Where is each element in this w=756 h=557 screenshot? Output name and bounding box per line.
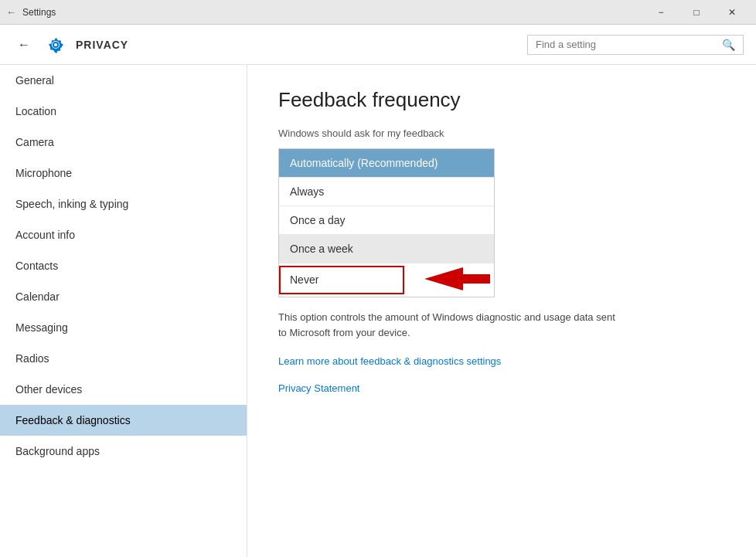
sidebar-item-location[interactable]: Location xyxy=(0,96,247,127)
search-icon: 🔍 xyxy=(722,39,735,51)
never-row: Never xyxy=(279,263,494,297)
sidebar-item-camera[interactable]: Camera xyxy=(0,127,247,158)
description-text: This option controls the amount of Windo… xyxy=(278,310,618,340)
title-bar-title: Settings xyxy=(22,7,56,18)
sidebar-item-feedback-diagnostics[interactable]: Feedback & diagnostics xyxy=(0,405,247,436)
page-title: Feedback frequency xyxy=(278,88,725,112)
title-bar: ← Settings − □ ✕ xyxy=(0,0,756,25)
sidebar-item-contacts[interactable]: Contacts xyxy=(0,250,247,281)
header-title: PRIVACY xyxy=(76,39,518,51)
maximize-button[interactable]: □ xyxy=(679,0,714,25)
sidebar-item-background-apps[interactable]: Background apps xyxy=(0,436,247,467)
settings-icon-container xyxy=(45,34,66,56)
back-button[interactable]: ← xyxy=(12,33,36,56)
frequency-list: Automatically (Recommended)AlwaysOnce a … xyxy=(278,148,495,297)
privacy-statement-link[interactable]: Privacy Statement xyxy=(278,382,725,394)
close-button[interactable]: ✕ xyxy=(714,0,750,25)
sidebar-item-calendar[interactable]: Calendar xyxy=(0,281,247,312)
header: ← PRIVACY 🔍 xyxy=(0,25,756,65)
option-automatically-recommended-[interactable]: Automatically (Recommended) xyxy=(279,149,494,178)
option-always[interactable]: Always xyxy=(279,178,494,206)
main: GeneralLocationCameraMicrophoneSpeech, i… xyxy=(0,65,756,557)
svg-marker-0 xyxy=(424,267,490,290)
red-arrow-annotation xyxy=(417,263,494,297)
sidebar-item-messaging[interactable]: Messaging xyxy=(0,312,247,343)
title-bar-back-icon: ← xyxy=(6,6,16,18)
sidebar-item-microphone[interactable]: Microphone xyxy=(0,158,247,188)
sidebar-item-radios[interactable]: Radios xyxy=(0,343,247,374)
option-never[interactable]: Never xyxy=(279,266,404,294)
back-icon: ← xyxy=(18,38,30,52)
sidebar-item-speech-inking-typing[interactable]: Speech, inking & typing xyxy=(0,188,247,219)
sidebar-item-general[interactable]: General xyxy=(0,65,247,96)
search-input[interactable] xyxy=(536,39,717,50)
title-bar-left: ← Settings xyxy=(6,6,56,18)
learn-more-link[interactable]: Learn more about feedback & diagnostics … xyxy=(278,355,725,367)
content-area: Feedback frequency Windows should ask fo… xyxy=(247,65,756,557)
content-subtitle: Windows should ask for my feedback xyxy=(278,127,725,139)
sidebar-item-account-info[interactable]: Account info xyxy=(0,219,247,250)
gear-icon xyxy=(47,36,64,53)
title-bar-controls: − □ ✕ xyxy=(643,0,750,25)
search-box: 🔍 xyxy=(527,35,744,55)
option-once-a-day[interactable]: Once a day xyxy=(279,206,494,235)
sidebar: GeneralLocationCameraMicrophoneSpeech, i… xyxy=(0,65,247,557)
minimize-button[interactable]: − xyxy=(643,0,679,25)
sidebar-item-other-devices[interactable]: Other devices xyxy=(0,374,247,405)
option-once-a-week[interactable]: Once a week xyxy=(279,235,494,263)
